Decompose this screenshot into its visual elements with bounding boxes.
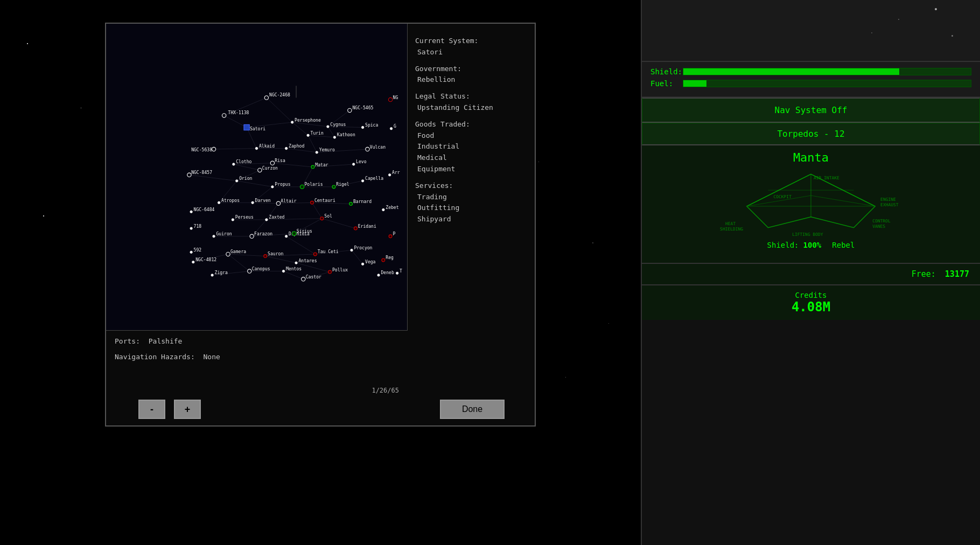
nav-panel: NGC-2468 THX-1138 Satori Persephone Cygn… [105, 23, 536, 427]
label-Turin: Turin [311, 130, 324, 136]
svg-line-17 [272, 163, 313, 167]
system-Mentos[interactable] [282, 270, 284, 272]
label-Sol: Sol [324, 213, 332, 219]
system-Procyon[interactable] [351, 249, 353, 251]
system-Zigra[interactable] [211, 274, 213, 276]
system-Cygnus[interactable] [327, 125, 329, 128]
system-Zaxted[interactable] [265, 219, 268, 221]
system-Vega[interactable] [361, 263, 363, 265]
label-Barnard: Barnard [353, 199, 372, 204]
system-Perseus[interactable] [232, 219, 234, 221]
system-Zebet[interactable] [382, 208, 384, 211]
label-Yemuro: Yemuro [319, 147, 335, 152]
zoom-out-button[interactable]: - [138, 400, 165, 419]
label-718: 718 [194, 223, 202, 229]
system-Kathoon[interactable] [333, 136, 335, 138]
system-Rigel[interactable] [332, 185, 335, 188]
shield-bar-fill [683, 68, 899, 75]
nav-hazards-row: Navigation Hazards: None [115, 353, 399, 361]
label-heat-shielding2: SHIELDING [720, 227, 743, 232]
system-Satori-selected[interactable] [244, 124, 249, 130]
system-Centauri[interactable] [311, 201, 314, 204]
system-Guiron[interactable] [213, 235, 215, 237]
system-P-partial[interactable] [389, 235, 392, 238]
system-Arr[interactable] [388, 174, 390, 176]
system-Darven[interactable] [251, 201, 254, 204]
label-Gamera: Gamera [230, 249, 246, 254]
system-Clotho[interactable] [233, 163, 235, 165]
label-Levo: Levo [356, 159, 367, 164]
zoom-in-button[interactable]: + [174, 400, 201, 419]
button-bar: - + Done [106, 393, 537, 425]
system-Polaris[interactable] [300, 185, 304, 188]
label-G-partial: G [394, 123, 396, 129]
system-Deneb[interactable] [377, 274, 380, 276]
system-Yemuro[interactable] [316, 151, 318, 153]
system-TauCeti[interactable] [313, 253, 317, 256]
services-outfitting: Outfitting [417, 202, 530, 214]
map-area[interactable]: NGC-2468 THX-1138 Satori Persephone Cygn… [106, 24, 408, 331]
system-Antares[interactable] [295, 262, 297, 264]
system-NGC-6484[interactable] [190, 211, 192, 213]
system-Spica[interactable] [361, 126, 363, 128]
label-NGC-4812: NGC-4812 [195, 257, 216, 262]
services-shipyard: Shipyard [417, 214, 530, 225]
system-Sauron[interactable] [264, 255, 267, 258]
system-Persephone[interactable] [291, 121, 293, 123]
label-engine-exhaust2: EXHAUST [880, 202, 899, 207]
bottom-info: Ports: Palshife Navigation Hazards: None… [106, 331, 408, 401]
system-Atropos[interactable] [218, 201, 220, 204]
label-Castor: Castor [306, 274, 321, 280]
star-map[interactable]: NGC-2468 THX-1138 Satori Persephone Cygn… [106, 24, 407, 330]
svg-line-41 [284, 271, 304, 280]
system-718[interactable] [190, 227, 192, 229]
done-button[interactable]: Done [440, 400, 505, 419]
svg-line-1 [224, 115, 247, 127]
label-Spica: Spica [365, 122, 378, 128]
torpedos-button[interactable]: Torpedos - 12 [642, 123, 980, 145]
shield-label: Shield: [650, 67, 677, 76]
label-P-partial: P [393, 231, 396, 236]
label-TauCeti: Tau Ceti [318, 249, 339, 254]
label-Satori: Satori [250, 126, 265, 131]
svg-line-34 [228, 254, 265, 256]
system-Alkaid[interactable] [255, 147, 257, 149]
ship-name-label: Manta [650, 151, 971, 164]
system-NGC-partial[interactable] [388, 97, 392, 101]
system-Barnard[interactable] [349, 202, 353, 206]
system-Levo[interactable] [352, 163, 354, 165]
system-Orion[interactable] [236, 180, 238, 182]
system-Eridani[interactable] [354, 227, 357, 230]
system-Sol[interactable] [320, 217, 324, 220]
system-T-partial[interactable] [396, 272, 398, 274]
system-Propus[interactable] [271, 186, 274, 188]
svg-line-28 [312, 202, 321, 218]
system-G-partial[interactable] [390, 128, 392, 130]
system-592[interactable] [190, 251, 192, 253]
system-Turin[interactable] [307, 134, 309, 136]
nav-system-button[interactable]: Nav System Off [642, 97, 980, 123]
svg-line-13 [286, 149, 317, 152]
label-Matar: Matar [315, 162, 328, 167]
fuel-label: Fuel: [650, 79, 677, 88]
system-Matar[interactable] [311, 165, 314, 169]
goods-equipment: Equipment [417, 164, 530, 175]
system-Rege[interactable] [382, 258, 385, 262]
system-Zaphod[interactable] [285, 147, 287, 149]
svg-line-51 [286, 236, 316, 254]
label-Deneb: Deneb [381, 270, 394, 275]
system-Sirius[interactable] [292, 232, 296, 235]
credits-label: Credits [653, 291, 969, 299]
system-Pollux[interactable] [328, 270, 332, 274]
label-Perseus: Perseus [235, 214, 254, 220]
goods-medical: Medical [417, 152, 530, 164]
label-NGC-partial: NG [393, 95, 398, 100]
status-bars: Shield: Fuel: [642, 62, 980, 97]
label-lifting-body: LIFTING BODY [792, 232, 823, 237]
ports-label: Ports: [115, 337, 140, 345]
system-NGC-4812[interactable] [192, 261, 194, 263]
system-Capella[interactable] [361, 180, 363, 182]
system-Diphidia[interactable] [285, 235, 287, 237]
system-THX-1138[interactable] [222, 114, 226, 117]
label-Rege: Reg [386, 255, 394, 260]
